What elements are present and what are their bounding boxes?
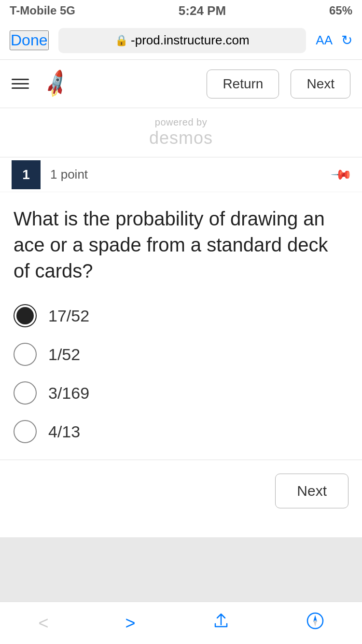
radio-d[interactable] bbox=[14, 420, 37, 443]
bottom-nav: < > bbox=[0, 602, 362, 644]
status-bar: T-Mobile 5G 5:24 PM 65% bbox=[0, 0, 362, 21]
question-points: 1 point bbox=[50, 167, 334, 182]
answer-choice-c[interactable]: 3/169 bbox=[14, 377, 348, 409]
radio-b[interactable] bbox=[14, 343, 37, 366]
question-number-badge: 1 bbox=[12, 160, 41, 189]
question-area: 1 1 point 📌 What is the probability of d… bbox=[0, 157, 362, 537]
menu-button[interactable] bbox=[12, 79, 29, 89]
desmos-banner: powered by desmos bbox=[0, 108, 362, 157]
next-button-area: Next bbox=[0, 460, 362, 522]
url-text: -prod.instructure.com bbox=[131, 33, 250, 48]
return-button[interactable]: Return bbox=[207, 70, 279, 98]
answer-text-a: 17/52 bbox=[48, 307, 89, 325]
question-text: What is the probability of drawing an ac… bbox=[0, 192, 362, 299]
time: 5:24 PM bbox=[179, 3, 226, 18]
share-button[interactable] bbox=[201, 606, 241, 640]
radio-a[interactable] bbox=[14, 304, 37, 327]
battery: 65% bbox=[329, 4, 352, 17]
next-button-bottom[interactable]: Next bbox=[275, 474, 348, 508]
pin-icon: 📌 bbox=[330, 163, 353, 186]
answer-choices: 17/521/523/1694/13 bbox=[0, 299, 362, 448]
answer-choice-d[interactable]: 4/13 bbox=[14, 415, 348, 448]
back-button[interactable]: < bbox=[27, 607, 60, 639]
answer-text-d: 4/13 bbox=[48, 422, 80, 441]
forward-button[interactable]: > bbox=[114, 607, 147, 639]
browser-bar: Done 🔒 -prod.instructure.com AA ↻ bbox=[0, 21, 362, 60]
radio-c[interactable] bbox=[14, 381, 37, 405]
text-size-button[interactable]: AA bbox=[316, 33, 333, 48]
carrier: T-Mobile 5G bbox=[10, 4, 75, 17]
next-button-top[interactable]: Next bbox=[291, 70, 350, 98]
rocket-icon: 🚀 bbox=[41, 68, 73, 100]
svg-marker-2 bbox=[313, 620, 317, 627]
toolbar: 🚀 Return Next bbox=[0, 60, 362, 108]
lock-icon: 🔒 bbox=[115, 34, 128, 47]
answer-text-c: 3/169 bbox=[48, 384, 89, 403]
question-header: 1 1 point 📌 bbox=[0, 157, 362, 192]
refresh-button[interactable]: ↻ bbox=[341, 32, 352, 48]
answer-choice-a[interactable]: 17/52 bbox=[14, 299, 348, 332]
url-bar[interactable]: 🔒 -prod.instructure.com bbox=[58, 28, 306, 53]
powered-by-text: powered by bbox=[0, 117, 362, 128]
browser-controls: AA ↻ bbox=[316, 32, 352, 48]
answer-text-b: 1/52 bbox=[48, 345, 80, 364]
compass-button[interactable] bbox=[295, 606, 335, 640]
done-button[interactable]: Done bbox=[10, 30, 49, 50]
answer-choice-b[interactable]: 1/52 bbox=[14, 338, 348, 371]
desmos-name: desmos bbox=[0, 128, 362, 148]
